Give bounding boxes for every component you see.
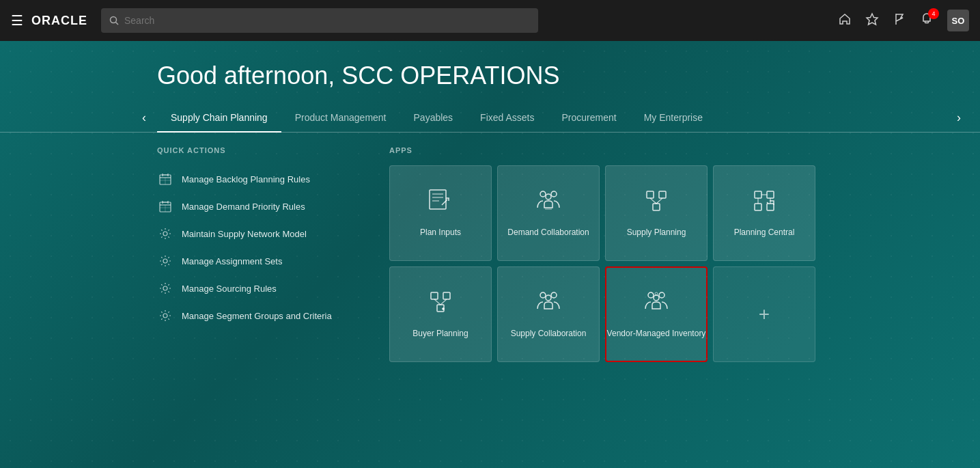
- svg-point-24: [163, 314, 167, 318]
- plan_inputs-icon: [427, 189, 454, 219]
- svg-rect-25: [430, 190, 446, 209]
- gear-icon: [157, 225, 173, 242]
- search-input[interactable]: [124, 15, 530, 26]
- svg-line-47: [434, 299, 440, 305]
- app-tile-label-supply-planning: Supply Planning: [627, 227, 686, 238]
- svg-rect-39: [755, 204, 761, 210]
- apps-grid: Plan Inputs Demand Collaboration Supply …: [389, 165, 823, 362]
- app-tile-vendor-managed-inventory[interactable]: Vendor-Managed Inventory: [605, 266, 708, 362]
- calendar-icon: [157, 171, 173, 187]
- app-tile-supply-collaboration[interactable]: Supply Collaboration: [497, 266, 600, 362]
- app-tile-label-buyer-planning: Buyer Planning: [412, 328, 468, 340]
- app-tile-plan-inputs[interactable]: Plan Inputs: [389, 165, 492, 261]
- svg-point-54: [654, 295, 659, 301]
- search-bar[interactable]: [101, 8, 538, 33]
- gear-icon: [157, 280, 173, 297]
- nav-tab-product-management[interactable]: Product Management: [281, 104, 400, 133]
- svg-point-31: [546, 194, 551, 199]
- quick-action-label-0: Manage Backlog Planning Rules: [182, 174, 310, 184]
- nav-next-button[interactable]: ›: [951, 105, 966, 130]
- svg-point-49: [540, 292, 546, 298]
- app-tile-label-plan-inputs: Plan Inputs: [420, 227, 461, 238]
- svg-rect-38: [767, 191, 774, 198]
- app-tile-buyer-planning[interactable]: Buyer Planning: [389, 266, 492, 362]
- add-app-button[interactable]: +: [713, 266, 815, 362]
- app-tile-supply-planning[interactable]: Supply Planning: [605, 165, 708, 261]
- svg-point-22: [163, 259, 167, 263]
- buyer_planning-icon: [427, 290, 454, 320]
- svg-point-29: [540, 191, 546, 197]
- svg-point-23: [163, 286, 167, 290]
- app-tile-planning-central[interactable]: Planning Central: [713, 165, 815, 261]
- nav-tabs: ‹ Supply Chain PlanningProduct Managemen…: [0, 104, 980, 133]
- calendar-icon: [157, 198, 173, 215]
- vendor_managed-icon: [643, 290, 670, 320]
- app-tile-label-planning-central: Planning Central: [734, 227, 795, 238]
- svg-rect-32: [647, 191, 654, 198]
- user-avatar[interactable]: SO: [947, 10, 969, 31]
- svg-rect-44: [431, 292, 438, 299]
- apps-section: APPS Plan Inputs Demand Collaboration Su…: [389, 146, 823, 362]
- svg-line-48: [440, 299, 447, 305]
- nav-prev-button[interactable]: ‹: [137, 105, 152, 130]
- oracle-logo: ORACLE: [31, 14, 87, 28]
- quick-action-item-3[interactable]: Manage Assignment Sets: [157, 247, 348, 275]
- svg-rect-34: [653, 204, 660, 210]
- header: ☰ ORACLE: [0, 0, 980, 41]
- hamburger-menu[interactable]: ☰: [11, 12, 23, 29]
- bell-icon[interactable]: 4: [920, 12, 934, 29]
- app-tile-label-supply-collaboration: Supply Collaboration: [511, 328, 587, 340]
- app-tile-label-demand-collaboration: Demand Collaboration: [507, 227, 589, 238]
- svg-line-1: [116, 23, 119, 25]
- quick-action-item-4[interactable]: Manage Sourcing Rules: [157, 275, 348, 302]
- svg-point-21: [163, 232, 167, 236]
- header-left: ☰ ORACLE: [11, 12, 87, 29]
- nav-tab-supply-chain-planning[interactable]: Supply Chain Planning: [157, 104, 281, 133]
- gear-icon: [157, 253, 173, 269]
- nav-tab-my-enterprise[interactable]: My Enterprise: [630, 104, 716, 133]
- apps-label: APPS: [389, 146, 823, 154]
- greeting-text: Good afternoon, SCC OPERATIONS: [0, 41, 980, 104]
- content-area: QUICK ACTIONS Manage Backlog Planning Ru…: [0, 133, 980, 376]
- notification-badge: 4: [928, 8, 939, 19]
- header-right: 4 SO: [838, 10, 969, 31]
- svg-rect-37: [755, 191, 761, 198]
- svg-point-51: [546, 295, 551, 301]
- nav-tab-payables[interactable]: Payables: [400, 104, 467, 133]
- planning_central-icon: [751, 189, 778, 219]
- svg-rect-40: [767, 204, 774, 210]
- app-tile-label-vendor-managed-inventory: Vendor-Managed Inventory: [607, 328, 706, 340]
- svg-point-52: [648, 292, 654, 298]
- svg-point-53: [659, 292, 664, 298]
- supply_collab-icon: [535, 290, 562, 320]
- quick-actions-label: QUICK ACTIONS: [157, 146, 348, 154]
- svg-point-30: [551, 191, 557, 197]
- quick-action-label-1: Manage Demand Priority Rules: [182, 202, 305, 212]
- quick-action-label-3: Manage Assignment Sets: [182, 256, 282, 266]
- quick-action-item-1[interactable]: Manage Demand Priority Rules: [157, 193, 348, 220]
- quick-action-item-5[interactable]: Manage Segment Groups and Criteria: [157, 302, 348, 329]
- quick-action-item-0[interactable]: Manage Backlog Planning Rules: [157, 165, 348, 193]
- star-icon[interactable]: [865, 12, 879, 29]
- quick-action-item-2[interactable]: Maintain Supply Network Model: [157, 220, 348, 247]
- app-tile-demand-collaboration[interactable]: Demand Collaboration: [497, 165, 600, 261]
- flag-icon[interactable]: [893, 12, 906, 29]
- home-icon[interactable]: [838, 12, 852, 29]
- svg-rect-33: [659, 191, 666, 198]
- svg-rect-13: [163, 174, 168, 176]
- svg-rect-20: [163, 202, 168, 203]
- search-icon: [109, 16, 119, 25]
- quick-action-label-5: Manage Segment Groups and Criteria: [182, 311, 332, 321]
- svg-marker-2: [867, 14, 878, 25]
- quick-action-label-2: Maintain Supply Network Model: [182, 229, 307, 239]
- gear-icon: [157, 307, 173, 324]
- tabs-container: Supply Chain PlanningProduct ManagementP…: [157, 104, 716, 132]
- svg-point-50: [551, 292, 557, 298]
- nav-tab-fixed-assets[interactable]: Fixed Assets: [466, 104, 548, 133]
- nav-tab-procurement[interactable]: Procurement: [548, 104, 630, 133]
- quick-actions-list: Manage Backlog Planning Rules Manage Dem…: [157, 165, 348, 329]
- main-content: Good afternoon, SCC OPERATIONS ‹ Supply …: [0, 41, 980, 468]
- svg-rect-45: [443, 292, 450, 299]
- demand_collab-icon: [535, 189, 562, 219]
- supply_planning-icon: [643, 189, 670, 219]
